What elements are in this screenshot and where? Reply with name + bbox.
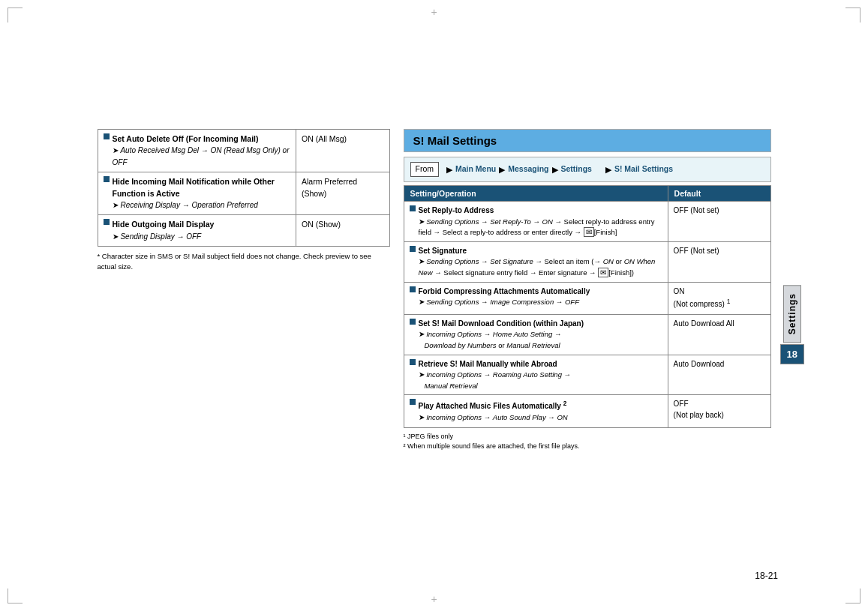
left-footnote: * Character size in SMS or S! Mail subje… (98, 251, 390, 273)
from-badge: From (410, 162, 440, 177)
setting-title-2: Hide Incoming Mail Notification while Ot… (113, 176, 291, 199)
square-icon-r3 (410, 286, 416, 292)
default-cell-r5: Auto Download (668, 355, 770, 395)
setting-cell-r5: Retrieve S! Mail Manually while Abroad ➤… (404, 355, 668, 395)
corner-mark-tr (845, 7, 860, 22)
setting-cell-2: Hide Incoming Mail Notification while Ot… (98, 172, 296, 215)
footnote-1: ¹ JPEG files only (404, 432, 771, 442)
table-row: Set Auto Delete Off (For Incoming Mail) … (98, 130, 389, 172)
corner-mark-tl (8, 7, 23, 22)
corner-mark-bl (8, 589, 23, 604)
s-mail-title: S! Mail Settings (413, 134, 497, 147)
row-sub-r5: ➤ Incoming Options → Roaming Auto Settin… (410, 370, 662, 391)
row-title-r4: Set S! Mail Download Condition (within J… (419, 319, 584, 330)
row-title-r1: Set Reply-to Address (419, 205, 494, 217)
gt-arrow-3: ➤ (113, 232, 119, 241)
row-sub-r3: ➤ Sending Options → Image Compression → … (410, 297, 662, 308)
left-settings-table: Set Auto Delete Off (For Incoming Mail) … (98, 129, 390, 247)
square-icon-r1 (410, 205, 416, 211)
row-sub-r4: ➤ Incoming Options → Home Auto Setting →… (410, 329, 662, 350)
arrow-2: ▶ (499, 163, 505, 176)
row-title-r5: Retrieve S! Mail Manually while Abroad (419, 359, 557, 370)
s-mail-header: S! Mail Settings (404, 129, 771, 152)
table-header-row: Setting/Operation Default (404, 186, 770, 202)
right-panel: S! Mail Settings From ▶ Main Menu ▶ Mess… (404, 129, 771, 451)
arrow-3: ▶ (552, 163, 558, 176)
row-title-r6: Play Attached Music Files Automatically … (419, 399, 567, 412)
footnote-2: ² When multiple sound files are attached… (404, 442, 771, 452)
table-row: Hide Outgoing Mail Display ➤ Sending Dis… (98, 215, 389, 247)
breadcrumb-main-menu: Main Menu (455, 163, 496, 175)
breadcrumb-settings: Settings (561, 163, 592, 175)
row-title-r3: Forbid Compressing Attachments Automatic… (419, 286, 590, 298)
setting-title-3: Hide Outgoing Mail Display (113, 219, 215, 230)
value-cell-1: ON (All Msg) (296, 130, 389, 172)
setting-cell-1: Set Auto Delete Off (For Incoming Mail) … (98, 130, 296, 172)
table-row: Set Signature ➤ Sending Options → Set Si… (404, 241, 770, 282)
breadcrumb-s-mail: S! Mail Settings (614, 163, 673, 175)
row-sub-r2: ➤ Sending Options → Set Signature → Sele… (410, 256, 662, 277)
breadcrumb-messaging: Messaging (508, 163, 548, 175)
center-mark-top: + (431, 6, 437, 18)
table-row: Hide Incoming Mail Notification while Ot… (98, 172, 389, 215)
value-cell-3: ON (Show) (296, 215, 389, 247)
row-sub-r6: ➤ Incoming Options → Auto Sound Play → O… (410, 412, 662, 424)
default-cell-r2: OFF (Not set) (668, 241, 770, 282)
square-icon-r6 (410, 399, 416, 405)
square-icon-r4 (410, 319, 416, 325)
side-tab-container: Settings 18 (780, 285, 804, 364)
arrow-4: ▶ (605, 163, 611, 176)
right-settings-table: Setting/Operation Default Set Reply-to A… (404, 185, 771, 428)
default-cell-r4: Auto Download All (668, 314, 770, 355)
col-header-default: Default (668, 186, 770, 202)
setting-cell-r2: Set Signature ➤ Sending Options → Set Si… (404, 241, 668, 282)
square-icon-r2 (410, 246, 416, 252)
table-row: Forbid Compressing Attachments Automatic… (404, 282, 770, 314)
setting-sub-1: Auto Received Msg Del → ON (Read Msg Onl… (113, 146, 290, 166)
side-tab-label: Settings (783, 285, 801, 343)
table-row: Play Attached Music Files Automatically … (404, 395, 770, 427)
row-title-r2: Set Signature (419, 246, 467, 257)
setting-cell-3: Hide Outgoing Mail Display ➤ Sending Dis… (98, 215, 296, 247)
default-cell-r1: OFF (Not set) (668, 202, 770, 242)
table-row: Set S! Mail Download Condition (within J… (404, 314, 770, 355)
table-row: Set Reply-to Address ➤ Sending Options →… (404, 202, 770, 242)
center-mark-bottom: + (431, 593, 437, 605)
default-cell-r3: ON(Not compress) 1 (668, 282, 770, 314)
content-area: Set Auto Delete Off (For Incoming Mail) … (98, 129, 771, 451)
square-icon-2 (104, 176, 110, 182)
right-footnotes: ¹ JPEG files only ² When multiple sound … (404, 432, 771, 452)
row-sub-r1: ➤ Sending Options → Set Reply-To → ON → … (410, 217, 662, 238)
page: Set Auto Delete Off (For Incoming Mail) … (0, 0, 868, 611)
setting-title-1: Set Auto Delete Off (For Incoming Mail) (113, 133, 259, 145)
value-cell-2: Alarm Preferred (Show) (296, 172, 389, 215)
arrow-1: ▶ (446, 163, 452, 176)
gt-arrow-1: ➤ (113, 146, 119, 154)
table-row: Retrieve S! Mail Manually while Abroad ➤… (404, 355, 770, 395)
corner-mark-br (845, 589, 860, 604)
square-icon-1 (104, 133, 110, 139)
setting-sub-3: Sending Display → OFF (120, 232, 201, 241)
square-icon-r5 (410, 359, 416, 365)
page-number: 18-21 (755, 571, 778, 581)
setting-cell-r3: Forbid Compressing Attachments Automatic… (404, 282, 668, 314)
gt-arrow-2: ➤ (113, 201, 119, 209)
setting-cell-r6: Play Attached Music Files Automatically … (404, 395, 668, 427)
square-icon-3 (104, 219, 110, 225)
breadcrumb: From ▶ Main Menu ▶ Messaging ▶ Settings … (404, 157, 771, 182)
col-header-setting: Setting/Operation (404, 186, 668, 202)
left-table: Set Auto Delete Off (For Incoming Mail) … (98, 129, 390, 272)
setting-cell-r1: Set Reply-to Address ➤ Sending Options →… (404, 202, 668, 242)
default-cell-r6: OFF(Not play back) (668, 395, 770, 427)
setting-cell-r4: Set S! Mail Download Condition (within J… (404, 314, 668, 355)
setting-sub-2: Receiving Display → Operation Preferred (120, 201, 257, 209)
side-tab-page-number: 18 (780, 344, 804, 364)
